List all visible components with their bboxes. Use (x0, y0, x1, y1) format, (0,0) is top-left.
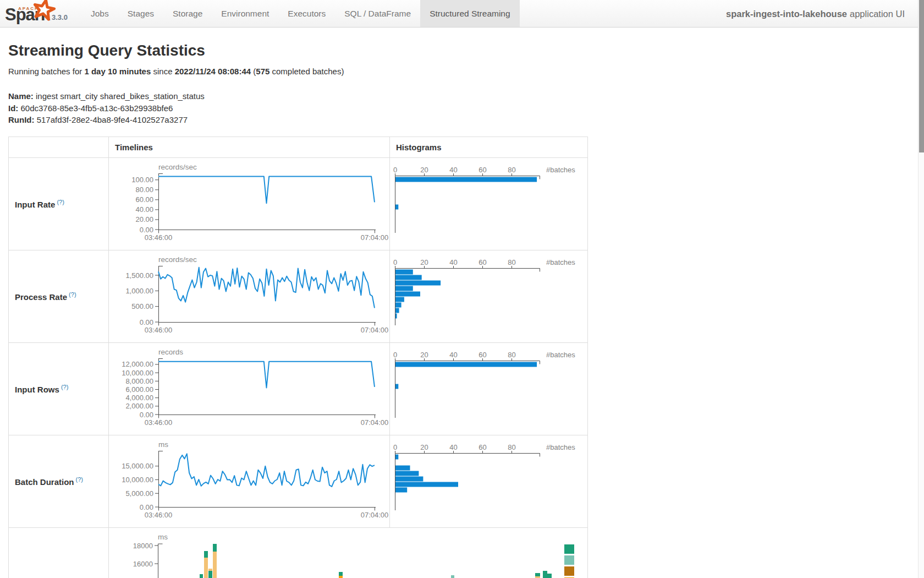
application-title-suffix: application UI (850, 9, 905, 19)
legend-swatch-dark_orange (564, 566, 574, 576)
nav-tabs: JobsStagesStorageEnvironmentExecutorsSQL… (81, 0, 520, 27)
tab-environment[interactable]: Environment (212, 0, 278, 27)
histogram-chart: 020406080#batches (390, 250, 587, 342)
svg-text:10,000.00: 10,000.00 (122, 368, 153, 377)
query-metadata: Name: ingest smart_city shared_bikes_sta… (8, 90, 924, 126)
batches-open-paren: ( (251, 67, 256, 76)
svg-text:500.00: 500.00 (131, 302, 153, 310)
table-header-row: Timelines Histograms (9, 137, 588, 157)
tab-executors[interactable]: Executors (278, 0, 335, 27)
svg-text:07:04:00: 07:04:00 (361, 233, 389, 242)
svg-text:60: 60 (479, 258, 486, 266)
svg-text:#batches: #batches (546, 166, 575, 174)
legend-swatch-light_teal (564, 555, 574, 565)
row-label-text: Batch Duration (15, 477, 74, 487)
svg-text:40: 40 (449, 443, 457, 451)
histogram-cell-process-rate: 020406080#batches (390, 250, 588, 342)
svg-text:18000: 18000 (133, 541, 153, 549)
svg-text:15,000.00: 15,000.00 (122, 462, 153, 470)
tab-sql-dataframe[interactable]: SQL / DataFrame (335, 0, 420, 27)
row-label-process-rate: Process Rate (?) (9, 250, 109, 342)
query-name-line: Name: ingest smart_city shared_bikes_sta… (8, 90, 924, 102)
legend-swatch-teal (564, 544, 574, 554)
svg-text:20.00: 20.00 (135, 215, 153, 223)
svg-text:40.00: 40.00 (135, 205, 153, 214)
svg-text:03:46:00: 03:46:00 (145, 233, 173, 242)
row-label-text: Process Rate (15, 292, 67, 302)
stats-row-batch-duration: Batch Duration (?)ms15,000.0010,000.005,… (9, 435, 588, 527)
row-label-batch-duration: Batch Duration (?) (9, 435, 109, 527)
svg-text:6,000.00: 6,000.00 (125, 385, 153, 393)
histogram-chart: 020406080#batches (390, 158, 587, 250)
timeline-line-chart: records/sec100.0080.0060.0040.0020.000.0… (109, 158, 389, 250)
page-title: Streaming Query Statistics (8, 42, 924, 59)
timeline-cell-batch-duration: ms15,000.0010,000.005,000.000.0003:46:00… (109, 435, 390, 527)
svg-text:0: 0 (393, 258, 397, 266)
svg-text:1,500.00: 1,500.00 (125, 271, 153, 279)
header-timelines: Timelines (109, 137, 390, 157)
top-navbar: Spark APACHE 3.3.0 JobsStagesStorageEnvi… (0, 0, 918, 28)
svg-text:80: 80 (508, 443, 515, 451)
start-timestamp: 2022/11/24 08:08:44 (175, 67, 251, 76)
svg-text:ms: ms (158, 533, 168, 541)
svg-text:07:04:00: 07:04:00 (361, 418, 389, 427)
scrollbar-thumb[interactable] (919, 0, 924, 152)
svg-text:20: 20 (420, 166, 428, 174)
running-batches-summary: Running batches for 1 day 10 minutes sin… (8, 67, 924, 76)
svg-text:2,000.00: 2,000.00 (125, 402, 153, 410)
histogram-chart: 020406080#batches (390, 343, 587, 435)
stats-row-process-rate: Process Rate (?)records/sec1,500.001,000… (9, 250, 588, 342)
row-label-operation-duration: Operation Duration (?) (9, 527, 109, 578)
help-tooltip-icon[interactable]: (?) (74, 476, 84, 483)
tab-storage[interactable]: Storage (163, 0, 212, 27)
svg-text:10,000.00: 10,000.00 (122, 475, 153, 483)
svg-text:80: 80 (508, 166, 515, 174)
stats-row-operation-duration: Operation Duration (?)ms180001600014000 (9, 527, 588, 578)
svg-text:0: 0 (393, 166, 397, 174)
svg-text:07:04:00: 07:04:00 (361, 326, 389, 334)
header-histograms: Histograms (390, 137, 588, 157)
timeline-cell-input-rows: records12,000.0010,000.008,000.006,000.0… (109, 342, 390, 435)
svg-text:40: 40 (449, 166, 457, 174)
svg-text:03:46:00: 03:46:00 (145, 326, 173, 334)
svg-text:#batches: #batches (546, 258, 575, 266)
svg-text:1,000.00: 1,000.00 (125, 286, 153, 295)
histogram-chart: 020406080#batches (390, 435, 587, 527)
tab-stages[interactable]: Stages (118, 0, 163, 27)
since-text: since (151, 67, 174, 76)
svg-text:0.00: 0.00 (140, 410, 153, 418)
tab-jobs[interactable]: Jobs (81, 0, 118, 27)
operation-duration-cell: ms180001600014000 (109, 527, 588, 578)
svg-text:0.00: 0.00 (140, 318, 153, 326)
svg-text:80: 80 (508, 351, 515, 359)
svg-text:#batches: #batches (546, 351, 575, 359)
timeline-line-chart: records/sec1,500.001,000.00500.000.0003:… (109, 250, 389, 342)
help-tooltip-icon[interactable]: (?) (55, 199, 64, 205)
svg-text:100.00: 100.00 (131, 176, 153, 184)
svg-text:0: 0 (393, 351, 397, 359)
svg-text:records/sec: records/sec (158, 255, 197, 264)
row-label-text: Input Rows (15, 385, 59, 394)
svg-text:03:46:00: 03:46:00 (145, 418, 173, 427)
svg-text:60.00: 60.00 (135, 195, 153, 204)
svg-text:records/sec: records/sec (158, 163, 197, 171)
id-value: 60dc3768-85e3-4fb5-a13c-63b29938bfe6 (18, 103, 173, 113)
timeline-cell-input-rate: records/sec100.0080.0060.0040.0020.000.0… (109, 157, 390, 250)
help-tooltip-icon[interactable]: (?) (67, 291, 76, 298)
svg-text:80: 80 (508, 258, 515, 266)
svg-text:16000: 16000 (133, 559, 153, 568)
svg-text:60: 60 (479, 443, 486, 451)
row-label-input-rows: Input Rows (?) (9, 342, 109, 435)
running-duration: 1 day 10 minutes (84, 67, 151, 76)
svg-text:40: 40 (449, 351, 457, 359)
svg-text:80.00: 80.00 (135, 186, 153, 194)
help-tooltip-icon[interactable]: (?) (59, 384, 69, 390)
running-prefix: Running batches for (8, 67, 84, 76)
tab-structured-streaming[interactable]: Structured Streaming (420, 0, 519, 27)
svg-text:20: 20 (420, 351, 428, 359)
batches-close-paren: completed batches) (270, 67, 344, 76)
svg-text:20: 20 (420, 443, 428, 451)
completed-batches-count: 575 (256, 67, 270, 76)
row-label-input-rate: Input Rate (?) (9, 157, 109, 250)
stats-row-input-rate: Input Rate (?)records/sec100.0080.0060.0… (9, 157, 588, 250)
